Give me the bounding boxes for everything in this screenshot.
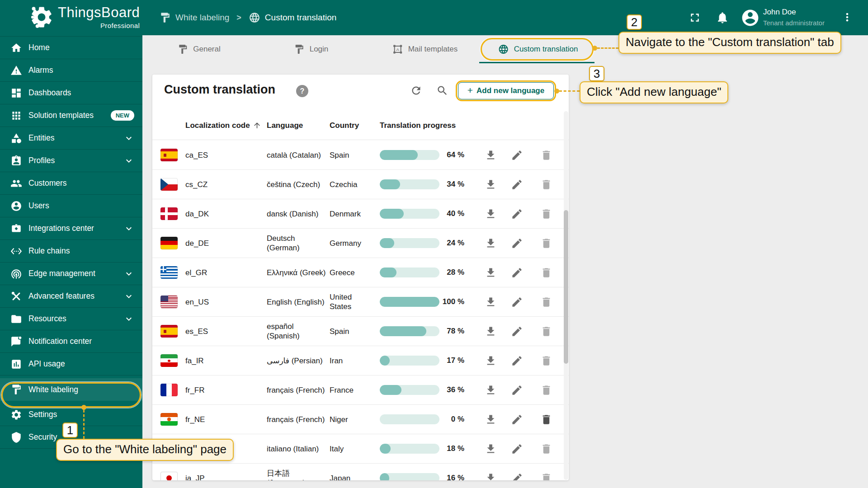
- delete-icon[interactable]: [540, 178, 552, 191]
- cell-language: français (French): [267, 375, 327, 404]
- logo[interactable]: ThingsBoard Professional: [29, 5, 140, 30]
- table-row-fr_NE[interactable]: fr_NEfrançais (French)Niger0 %: [152, 405, 569, 434]
- delete-icon[interactable]: [540, 443, 552, 455]
- table-row-en_US[interactable]: en_USEnglish (English)United States100 %: [152, 287, 569, 317]
- table-scrollbar-thumb[interactable]: [564, 210, 568, 364]
- download-icon[interactable]: [485, 149, 497, 161]
- delete-icon[interactable]: [540, 325, 552, 338]
- sidebar-item-security[interactable]: Security: [0, 426, 142, 449]
- table-row-ja_JP[interactable]: ja_JP日本語 (Japanese)Japan16 %: [152, 464, 569, 480]
- table-row-fa_IR[interactable]: fa_IRفارسی (Persian)Iran17 %: [152, 346, 569, 375]
- sidebar-item-api-usage[interactable]: API usage: [0, 353, 142, 375]
- cell-country: Spain: [330, 141, 373, 169]
- tab-mail-templates[interactable]: AMail templates: [392, 35, 458, 63]
- edit-icon[interactable]: [511, 443, 523, 455]
- user-block[interactable]: John Doe Tenant administrator: [763, 8, 840, 27]
- edit-icon[interactable]: [511, 208, 523, 220]
- download-icon[interactable]: [485, 413, 497, 426]
- sidebar-item-edge-management[interactable]: Edge management: [0, 263, 142, 285]
- add-new-language-button[interactable]: + Add new language: [458, 82, 554, 99]
- delete-icon[interactable]: [540, 413, 552, 426]
- more-vert-icon[interactable]: [841, 11, 854, 23]
- delete-icon[interactable]: [540, 296, 552, 308]
- sidebar-item-settings[interactable]: Settings: [0, 404, 142, 426]
- column-header-language[interactable]: Language: [267, 111, 303, 140]
- edit-icon[interactable]: [511, 178, 523, 191]
- edit-icon[interactable]: [511, 237, 523, 249]
- edit-icon[interactable]: [511, 472, 523, 480]
- sidebar-item-notification-center[interactable]: Notification center: [0, 330, 142, 353]
- fullscreen-icon[interactable]: [688, 11, 702, 24]
- column-header-translation-progress[interactable]: Translation progress: [380, 111, 456, 140]
- download-icon[interactable]: [485, 237, 497, 249]
- sidebar-item-resources[interactable]: Resources: [0, 308, 142, 330]
- delete-icon[interactable]: [540, 149, 552, 161]
- sidebar-item-dashboards[interactable]: Dashboards: [0, 82, 142, 104]
- download-icon[interactable]: [485, 208, 497, 220]
- delete-icon[interactable]: [540, 472, 552, 480]
- download-icon[interactable]: [485, 355, 497, 367]
- sidebar-item-label: Customers: [28, 178, 67, 188]
- sidebar-item-rule-chains[interactable]: Rule chains: [0, 240, 142, 263]
- sidebar-item-users[interactable]: Users: [0, 195, 142, 217]
- sidebar-item-solution-templates[interactable]: Solution templatesNEW: [0, 104, 142, 127]
- tab-custom-menu[interactable]: Custom menu: [621, 35, 685, 63]
- breadcrumb-white-labeling[interactable]: White labeling: [175, 13, 229, 23]
- download-icon[interactable]: [485, 178, 497, 191]
- apps-icon: [10, 110, 22, 122]
- edit-icon[interactable]: [511, 413, 523, 426]
- table-row-es_ES[interactable]: es_ESespañol (Spanish)Spain78 %: [152, 317, 569, 346]
- table-row-de_DE[interactable]: de_DEDeutsch (German)Germany24 %: [152, 229, 569, 258]
- edit-icon[interactable]: [511, 384, 523, 396]
- table-row-it_IT[interactable]: it_ITitaliano (Italian)Italy18 %: [152, 434, 569, 464]
- delete-icon[interactable]: [540, 208, 552, 220]
- us-flag-icon: [160, 296, 178, 308]
- add-new-language-label: Add new language: [476, 86, 544, 95]
- download-icon[interactable]: [485, 296, 497, 308]
- sidebar-item-integrations-center[interactable]: Integrations center: [0, 217, 142, 240]
- notifications-bell-icon[interactable]: [716, 11, 729, 24]
- table-row-el_GR[interactable]: el_GRΕλληνικά (Greek)Greece28 %: [152, 258, 569, 287]
- cell-language: Ελληνικά (Greek): [267, 258, 327, 287]
- sidebar-item-label: Resources: [28, 314, 66, 324]
- table-row-da_DK[interactable]: da_DKdansk (Danish)Denmark40 %: [152, 199, 569, 229]
- tab-general[interactable]: General: [177, 35, 220, 63]
- delete-icon[interactable]: [540, 267, 552, 279]
- sidebar-item-advanced-features[interactable]: Advanced features: [0, 285, 142, 308]
- delete-icon[interactable]: [540, 355, 552, 367]
- column-header-country[interactable]: Country: [330, 111, 359, 140]
- download-icon[interactable]: [485, 472, 497, 480]
- edit-icon[interactable]: [511, 267, 523, 279]
- delete-icon[interactable]: [540, 384, 552, 396]
- search-icon[interactable]: [436, 84, 448, 97]
- table-row-fr_FR[interactable]: fr_FRfrançais (French)France36 %: [152, 375, 569, 405]
- edit-icon[interactable]: [511, 355, 523, 367]
- tab-custom-translation[interactable]: Custom translation: [498, 35, 578, 63]
- table-row-cs_CZ[interactable]: cs_CZčeština (Czech)Czechia34 %: [152, 170, 569, 199]
- cell-language: dansk (Danish): [267, 199, 327, 228]
- sidebar-item-alarms[interactable]: Alarms: [0, 59, 142, 82]
- delete-icon[interactable]: [540, 237, 552, 249]
- page-title: Custom translation: [164, 83, 275, 97]
- sidebar-item-profiles[interactable]: Profiles: [0, 150, 142, 172]
- column-header-localization-code[interactable]: Localization code: [185, 111, 261, 140]
- refresh-icon[interactable]: [410, 84, 422, 97]
- download-icon[interactable]: [485, 267, 497, 279]
- sidebar-item-entities[interactable]: Entities: [0, 127, 142, 150]
- cell-language: English (English): [267, 287, 327, 316]
- download-icon[interactable]: [485, 325, 497, 338]
- edit-icon[interactable]: [511, 149, 523, 161]
- edit-icon[interactable]: [511, 296, 523, 308]
- cell-country: Czechia: [330, 170, 373, 199]
- tab-login[interactable]: Login: [294, 35, 329, 63]
- sidebar-item-customers[interactable]: Customers: [0, 172, 142, 195]
- sidebar-item-white-labeling[interactable]: White labeling: [0, 378, 142, 401]
- edit-icon[interactable]: [511, 325, 523, 338]
- download-icon[interactable]: [485, 384, 497, 396]
- table-row-ca_ES[interactable]: ca_EScatalà (Catalan)Spain64 %: [152, 141, 569, 170]
- download-icon[interactable]: [485, 443, 497, 455]
- avatar[interactable]: [741, 8, 760, 28]
- chevron-down-icon: [123, 314, 134, 324]
- help-icon[interactable]: ?: [296, 85, 308, 97]
- sidebar-item-home[interactable]: Home: [0, 37, 142, 59]
